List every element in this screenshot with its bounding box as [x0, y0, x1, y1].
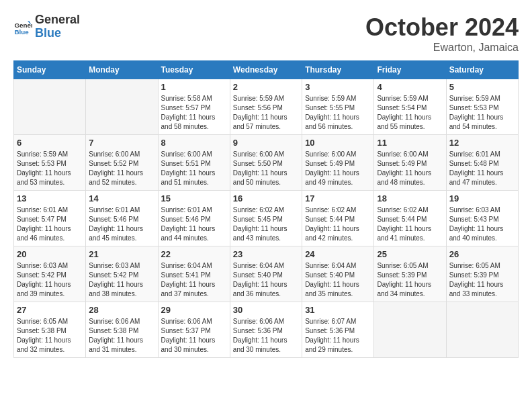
calendar-cell: 10Sunrise: 6:00 AM Sunset: 5:49 PM Dayli… — [302, 135, 374, 191]
svg-text:Blue: Blue — [14, 28, 29, 36]
title-section: October 2024 Ewarton, Jamaica — [365, 13, 519, 54]
day-number: 6 — [17, 138, 83, 148]
calendar-week-row: 1Sunrise: 5:58 AM Sunset: 5:57 PM Daylig… — [14, 79, 519, 135]
column-header-monday: Monday — [86, 61, 158, 79]
calendar-cell: 29Sunrise: 6:06 AM Sunset: 5:37 PM Dayli… — [158, 302, 230, 358]
calendar-week-row: 27Sunrise: 6:05 AM Sunset: 5:38 PM Dayli… — [14, 302, 519, 358]
calendar-cell: 25Sunrise: 6:05 AM Sunset: 5:39 PM Dayli… — [374, 246, 446, 302]
calendar-cell: 18Sunrise: 6:02 AM Sunset: 5:44 PM Dayli… — [374, 191, 446, 246]
day-info: Sunrise: 6:05 AM Sunset: 5:38 PM Dayligh… — [17, 317, 83, 355]
day-info: Sunrise: 6:06 AM Sunset: 5:38 PM Dayligh… — [89, 317, 154, 355]
calendar-cell: 22Sunrise: 6:04 AM Sunset: 5:41 PM Dayli… — [158, 246, 230, 302]
month-title: October 2024 — [365, 13, 519, 42]
day-info: Sunrise: 6:01 AM Sunset: 5:46 PM Dayligh… — [161, 205, 227, 243]
day-info: Sunrise: 5:59 AM Sunset: 5:53 PM Dayligh… — [449, 94, 515, 132]
column-header-tuesday: Tuesday — [158, 61, 230, 79]
day-info: Sunrise: 6:00 AM Sunset: 5:49 PM Dayligh… — [377, 150, 443, 187]
day-info: Sunrise: 6:06 AM Sunset: 5:37 PM Dayligh… — [161, 317, 227, 355]
calendar-cell: 28Sunrise: 6:06 AM Sunset: 5:38 PM Dayli… — [86, 302, 158, 358]
day-info: Sunrise: 6:06 AM Sunset: 5:36 PM Dayligh… — [233, 317, 299, 355]
day-info: Sunrise: 6:03 AM Sunset: 5:42 PM Dayligh… — [89, 261, 154, 299]
calendar-week-row: 20Sunrise: 6:03 AM Sunset: 5:42 PM Dayli… — [14, 246, 519, 302]
day-number: 26 — [449, 249, 515, 259]
calendar-cell: 11Sunrise: 6:00 AM Sunset: 5:49 PM Dayli… — [374, 135, 446, 191]
day-number: 15 — [161, 193, 227, 203]
calendar-cell: 14Sunrise: 6:01 AM Sunset: 5:46 PM Dayli… — [86, 191, 158, 246]
day-info: Sunrise: 6:02 AM Sunset: 5:44 PM Dayligh… — [377, 205, 443, 243]
day-info: Sunrise: 6:00 AM Sunset: 5:52 PM Dayligh… — [89, 150, 154, 187]
calendar-cell: 24Sunrise: 6:04 AM Sunset: 5:40 PM Dayli… — [302, 246, 374, 302]
day-number: 21 — [89, 249, 154, 259]
column-header-sunday: Sunday — [14, 61, 86, 79]
day-number: 18 — [377, 193, 443, 203]
day-number: 16 — [233, 193, 299, 203]
day-number: 13 — [17, 193, 83, 203]
day-info: Sunrise: 6:03 AM Sunset: 5:43 PM Dayligh… — [449, 205, 515, 243]
calendar-cell: 16Sunrise: 6:02 AM Sunset: 5:45 PM Dayli… — [230, 191, 302, 246]
day-number: 20 — [17, 249, 83, 259]
calendar-header-row: SundayMondayTuesdayWednesdayThursdayFrid… — [14, 61, 519, 79]
calendar-cell: 31Sunrise: 6:07 AM Sunset: 5:36 PM Dayli… — [302, 302, 374, 358]
calendar-cell: 26Sunrise: 6:05 AM Sunset: 5:39 PM Dayli… — [446, 246, 518, 302]
calendar-cell — [14, 79, 86, 135]
calendar-table: SundayMondayTuesdayWednesdayThursdayFrid… — [13, 60, 519, 358]
day-number: 27 — [17, 305, 83, 315]
day-number: 24 — [305, 249, 371, 259]
day-number: 14 — [89, 193, 154, 203]
day-info: Sunrise: 5:59 AM Sunset: 5:53 PM Dayligh… — [17, 150, 83, 187]
day-info: Sunrise: 6:00 AM Sunset: 5:51 PM Dayligh… — [161, 150, 227, 187]
calendar-cell: 20Sunrise: 6:03 AM Sunset: 5:42 PM Dayli… — [14, 246, 86, 302]
logo-icon: General Blue — [13, 17, 32, 36]
day-info: Sunrise: 6:04 AM Sunset: 5:40 PM Dayligh… — [233, 261, 299, 299]
day-info: Sunrise: 6:07 AM Sunset: 5:36 PM Dayligh… — [305, 317, 371, 355]
day-number: 8 — [161, 138, 227, 148]
calendar-cell: 8Sunrise: 6:00 AM Sunset: 5:51 PM Daylig… — [158, 135, 230, 191]
page-header: General Blue General Blue October 2024 E… — [13, 13, 519, 54]
day-info: Sunrise: 6:00 AM Sunset: 5:49 PM Dayligh… — [305, 150, 371, 187]
day-info: Sunrise: 6:04 AM Sunset: 5:41 PM Dayligh… — [161, 261, 227, 299]
day-number: 30 — [233, 305, 299, 315]
logo-line2: Blue — [35, 27, 80, 40]
day-info: Sunrise: 6:03 AM Sunset: 5:42 PM Dayligh… — [17, 261, 83, 299]
calendar-cell: 1Sunrise: 5:58 AM Sunset: 5:57 PM Daylig… — [158, 79, 230, 135]
day-info: Sunrise: 6:05 AM Sunset: 5:39 PM Dayligh… — [377, 261, 443, 299]
day-number: 1 — [161, 82, 227, 92]
day-info: Sunrise: 5:59 AM Sunset: 5:54 PM Dayligh… — [377, 94, 443, 132]
day-number: 19 — [449, 193, 515, 203]
calendar-cell: 21Sunrise: 6:03 AM Sunset: 5:42 PM Dayli… — [86, 246, 158, 302]
logo-line1: General — [35, 13, 80, 27]
day-number: 28 — [89, 305, 154, 315]
day-info: Sunrise: 6:02 AM Sunset: 5:44 PM Dayligh… — [305, 205, 371, 243]
day-number: 4 — [377, 82, 443, 92]
calendar-cell: 2Sunrise: 5:59 AM Sunset: 5:56 PM Daylig… — [230, 79, 302, 135]
calendar-cell: 17Sunrise: 6:02 AM Sunset: 5:44 PM Dayli… — [302, 191, 374, 246]
logo: General Blue General Blue — [13, 13, 80, 40]
calendar-cell: 30Sunrise: 6:06 AM Sunset: 5:36 PM Dayli… — [230, 302, 302, 358]
calendar-week-row: 6Sunrise: 5:59 AM Sunset: 5:53 PM Daylig… — [14, 135, 519, 191]
day-number: 2 — [233, 82, 299, 92]
day-number: 29 — [161, 305, 227, 315]
calendar-cell: 5Sunrise: 5:59 AM Sunset: 5:53 PM Daylig… — [446, 79, 518, 135]
calendar-cell: 4Sunrise: 5:59 AM Sunset: 5:54 PM Daylig… — [374, 79, 446, 135]
day-info: Sunrise: 6:01 AM Sunset: 5:46 PM Dayligh… — [89, 205, 154, 243]
calendar-cell — [374, 302, 446, 358]
day-number: 17 — [305, 193, 371, 203]
day-number: 10 — [305, 138, 371, 148]
logo-text: General Blue — [35, 13, 80, 40]
location: Ewarton, Jamaica — [365, 42, 519, 54]
calendar-week-row: 13Sunrise: 6:01 AM Sunset: 5:47 PM Dayli… — [14, 191, 519, 246]
calendar-cell: 19Sunrise: 6:03 AM Sunset: 5:43 PM Dayli… — [446, 191, 518, 246]
calendar-cell: 7Sunrise: 6:00 AM Sunset: 5:52 PM Daylig… — [86, 135, 158, 191]
calendar-cell: 3Sunrise: 5:59 AM Sunset: 5:55 PM Daylig… — [302, 79, 374, 135]
calendar-cell: 9Sunrise: 6:00 AM Sunset: 5:50 PM Daylig… — [230, 135, 302, 191]
day-info: Sunrise: 6:00 AM Sunset: 5:50 PM Dayligh… — [233, 150, 299, 187]
calendar-cell: 12Sunrise: 6:01 AM Sunset: 5:48 PM Dayli… — [446, 135, 518, 191]
day-number: 12 — [449, 138, 515, 148]
day-number: 3 — [305, 82, 371, 92]
day-number: 25 — [377, 249, 443, 259]
day-info: Sunrise: 6:05 AM Sunset: 5:39 PM Dayligh… — [449, 261, 515, 299]
day-info: Sunrise: 6:01 AM Sunset: 5:48 PM Dayligh… — [449, 150, 515, 187]
day-number: 31 — [305, 305, 371, 315]
calendar-cell: 15Sunrise: 6:01 AM Sunset: 5:46 PM Dayli… — [158, 191, 230, 246]
column-header-friday: Friday — [374, 61, 446, 79]
